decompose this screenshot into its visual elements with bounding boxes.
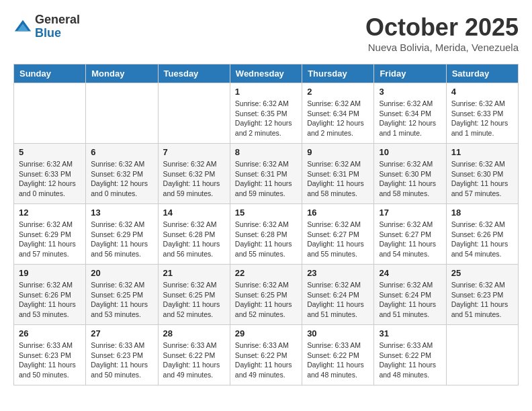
day-info: Sunrise: 6:32 AMSunset: 6:28 PMDaylight:…	[163, 220, 225, 259]
day-info: Sunrise: 6:32 AMSunset: 6:23 PMDaylight:…	[451, 280, 513, 320]
day-info: Sunrise: 6:33 AMSunset: 6:23 PMDaylight:…	[91, 340, 152, 380]
day-info: Sunrise: 6:32 AMSunset: 6:24 PMDaylight:…	[307, 280, 369, 320]
day-number: 2	[307, 87, 369, 97]
calendar-cell: 23Sunrise: 6:32 AMSunset: 6:24 PMDayligh…	[302, 265, 374, 325]
day-number: 13	[91, 208, 152, 218]
day-info: Sunrise: 6:32 AMSunset: 6:27 PMDaylight:…	[307, 220, 369, 259]
day-number: 24	[379, 268, 441, 278]
calendar-cell: 15Sunrise: 6:32 AMSunset: 6:28 PMDayligh…	[230, 204, 302, 265]
weekday-header: Wednesday	[230, 64, 302, 83]
day-info: Sunrise: 6:32 AMSunset: 6:26 PMDaylight:…	[19, 280, 81, 320]
day-number: 19	[19, 268, 81, 278]
logo: General Blue	[13, 13, 80, 40]
calendar-week-row: 26Sunrise: 6:33 AMSunset: 6:23 PMDayligh…	[14, 325, 519, 385]
day-info: Sunrise: 6:32 AMSunset: 6:33 PMDaylight:…	[451, 99, 513, 138]
day-number: 30	[307, 328, 369, 338]
day-info: Sunrise: 6:32 AMSunset: 6:33 PMDaylight:…	[19, 159, 81, 199]
month-title: October 2025	[365, 13, 519, 42]
day-info: Sunrise: 6:32 AMSunset: 6:27 PMDaylight:…	[379, 220, 441, 259]
calendar-cell: 16Sunrise: 6:32 AMSunset: 6:27 PMDayligh…	[302, 204, 374, 265]
day-info: Sunrise: 6:32 AMSunset: 6:26 PMDaylight:…	[451, 220, 513, 259]
calendar-cell: 25Sunrise: 6:32 AMSunset: 6:23 PMDayligh…	[446, 265, 518, 325]
day-number: 7	[163, 147, 225, 157]
calendar-week-row: 12Sunrise: 6:32 AMSunset: 6:29 PMDayligh…	[14, 204, 519, 265]
day-number: 1	[235, 87, 297, 97]
calendar-cell: 8Sunrise: 6:32 AMSunset: 6:31 PMDaylight…	[230, 144, 302, 204]
calendar-cell: 27Sunrise: 6:33 AMSunset: 6:23 PMDayligh…	[86, 325, 158, 385]
day-info: Sunrise: 6:32 AMSunset: 6:28 PMDaylight:…	[235, 220, 297, 259]
day-number: 5	[19, 147, 81, 157]
day-info: Sunrise: 6:32 AMSunset: 6:24 PMDaylight:…	[379, 280, 441, 320]
calendar-cell: 4Sunrise: 6:32 AMSunset: 6:33 PMDaylight…	[446, 83, 518, 144]
header: General Blue October 2025 Nueva Bolivia,…	[13, 13, 519, 53]
day-info: Sunrise: 6:32 AMSunset: 6:34 PMDaylight:…	[379, 99, 441, 138]
calendar-cell: 13Sunrise: 6:32 AMSunset: 6:29 PMDayligh…	[86, 204, 158, 265]
day-info: Sunrise: 6:32 AMSunset: 6:32 PMDaylight:…	[91, 159, 152, 199]
calendar-week-row: 19Sunrise: 6:32 AMSunset: 6:26 PMDayligh…	[14, 265, 519, 325]
calendar-cell: 2Sunrise: 6:32 AMSunset: 6:34 PMDaylight…	[302, 83, 374, 144]
calendar-cell: 26Sunrise: 6:33 AMSunset: 6:23 PMDayligh…	[14, 325, 86, 385]
calendar-cell: 5Sunrise: 6:32 AMSunset: 6:33 PMDaylight…	[14, 144, 86, 204]
day-info: Sunrise: 6:32 AMSunset: 6:30 PMDaylight:…	[379, 159, 441, 199]
calendar-cell: 22Sunrise: 6:32 AMSunset: 6:25 PMDayligh…	[230, 265, 302, 325]
weekday-header: Sunday	[14, 64, 86, 83]
calendar-cell: 20Sunrise: 6:32 AMSunset: 6:25 PMDayligh…	[86, 265, 158, 325]
location: Nueva Bolivia, Merida, Venezuela	[365, 42, 519, 53]
day-info: Sunrise: 6:32 AMSunset: 6:32 PMDaylight:…	[163, 159, 225, 199]
calendar-cell: 17Sunrise: 6:32 AMSunset: 6:27 PMDayligh…	[374, 204, 446, 265]
day-info: Sunrise: 6:32 AMSunset: 6:35 PMDaylight:…	[235, 99, 297, 138]
day-number: 12	[19, 208, 81, 218]
day-number: 21	[163, 268, 225, 278]
calendar-cell: 3Sunrise: 6:32 AMSunset: 6:34 PMDaylight…	[374, 83, 446, 144]
day-info: Sunrise: 6:33 AMSunset: 6:22 PMDaylight:…	[163, 340, 225, 380]
weekday-header: Tuesday	[158, 64, 230, 83]
day-number: 27	[91, 328, 152, 338]
day-info: Sunrise: 6:32 AMSunset: 6:25 PMDaylight:…	[163, 280, 225, 320]
calendar-cell	[14, 83, 86, 144]
day-number: 10	[379, 147, 441, 157]
logo-icon	[13, 17, 32, 36]
calendar-cell	[446, 325, 518, 385]
day-number: 25	[451, 268, 513, 278]
calendar-cell: 11Sunrise: 6:32 AMSunset: 6:30 PMDayligh…	[446, 144, 518, 204]
day-number: 9	[307, 147, 369, 157]
day-number: 23	[307, 268, 369, 278]
day-number: 20	[91, 268, 152, 278]
weekday-header: Saturday	[446, 64, 518, 83]
weekday-header: Friday	[374, 64, 446, 83]
day-number: 14	[163, 208, 225, 218]
calendar-week-row: 5Sunrise: 6:32 AMSunset: 6:33 PMDaylight…	[14, 144, 519, 204]
calendar-cell: 24Sunrise: 6:32 AMSunset: 6:24 PMDayligh…	[374, 265, 446, 325]
day-info: Sunrise: 6:32 AMSunset: 6:30 PMDaylight:…	[451, 159, 513, 199]
calendar-cell	[158, 83, 230, 144]
weekday-header: Monday	[86, 64, 158, 83]
day-info: Sunrise: 6:32 AMSunset: 6:29 PMDaylight:…	[19, 220, 81, 259]
title-area: October 2025 Nueva Bolivia, Merida, Vene…	[365, 13, 519, 53]
calendar-cell: 30Sunrise: 6:33 AMSunset: 6:22 PMDayligh…	[302, 325, 374, 385]
day-info: Sunrise: 6:33 AMSunset: 6:22 PMDaylight:…	[379, 340, 441, 380]
day-info: Sunrise: 6:33 AMSunset: 6:22 PMDaylight:…	[307, 340, 369, 380]
day-number: 29	[235, 328, 297, 338]
day-info: Sunrise: 6:32 AMSunset: 6:31 PMDaylight:…	[235, 159, 297, 199]
calendar-week-row: 1Sunrise: 6:32 AMSunset: 6:35 PMDaylight…	[14, 83, 519, 144]
day-number: 26	[19, 328, 81, 338]
day-number: 28	[163, 328, 225, 338]
day-info: Sunrise: 6:32 AMSunset: 6:25 PMDaylight:…	[91, 280, 152, 320]
day-number: 17	[379, 208, 441, 218]
calendar-cell: 18Sunrise: 6:32 AMSunset: 6:26 PMDayligh…	[446, 204, 518, 265]
day-info: Sunrise: 6:33 AMSunset: 6:23 PMDaylight:…	[19, 340, 81, 380]
day-info: Sunrise: 6:32 AMSunset: 6:29 PMDaylight:…	[91, 220, 152, 259]
calendar-cell: 1Sunrise: 6:32 AMSunset: 6:35 PMDaylight…	[230, 83, 302, 144]
weekday-header: Thursday	[302, 64, 374, 83]
logo-text: General Blue	[35, 13, 80, 40]
day-number: 11	[451, 147, 513, 157]
calendar-cell: 6Sunrise: 6:32 AMSunset: 6:32 PMDaylight…	[86, 144, 158, 204]
day-info: Sunrise: 6:32 AMSunset: 6:25 PMDaylight:…	[235, 280, 297, 320]
day-number: 15	[235, 208, 297, 218]
day-number: 18	[451, 208, 513, 218]
calendar-cell: 10Sunrise: 6:32 AMSunset: 6:30 PMDayligh…	[374, 144, 446, 204]
weekday-header-row: SundayMondayTuesdayWednesdayThursdayFrid…	[14, 64, 519, 83]
calendar-table: SundayMondayTuesdayWednesdayThursdayFrid…	[13, 64, 519, 385]
day-number: 16	[307, 208, 369, 218]
logo-general: General	[35, 13, 80, 27]
